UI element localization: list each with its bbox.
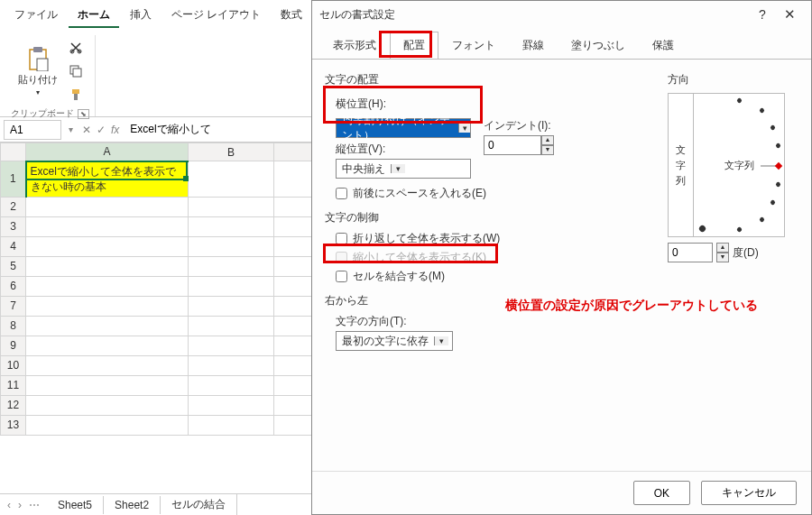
vertical-align-select[interactable]: 中央揃え▾ [336,159,471,179]
row-header[interactable]: 2 [1,197,26,216]
text-control-group-label: 文字の制御 [325,210,655,225]
col-header-B[interactable]: B [189,143,274,161]
horizontal-label: 横位置(H): [336,97,471,112]
row-header[interactable]: 6 [1,276,26,296]
text-direction-select[interactable]: 最初の文字に依存▾ [336,331,453,351]
svg-rect-6 [73,69,81,77]
wrap-text-checkbox[interactable] [336,233,347,244]
help-icon[interactable]: ? [750,7,775,22]
annotation-text: 横位置の設定が原因でグレーアウトしている [505,298,758,314]
svg-rect-7 [72,89,79,94]
clipboard-paste-icon [26,46,50,71]
cut-button[interactable] [65,37,87,59]
indent-label: インデント(I): [484,118,554,133]
cell[interactable] [26,197,189,216]
merge-label: セルを結合する(M) [353,269,445,284]
tab-font[interactable]: フォント [438,32,509,60]
tab-alignment[interactable]: 配置 [390,32,438,60]
dialog-tabs: 表示形式 配置 フォント 罫線 塗りつぶし 保護 [312,28,811,60]
row-header[interactable]: 1 [1,161,26,198]
cell-A1[interactable]: Excelで縮小して全体を表示できない時の基本 [26,161,189,198]
text-alignment-group-label: 文字の配置 [325,72,655,87]
dialog-title: セルの書式設定 [319,7,750,23]
format-cells-dialog: セルの書式設定 ? ✕ 表示形式 配置 フォント 罫線 塗りつぶし 保護 文字の… [311,0,812,515]
chevron-down-icon[interactable]: ▾ [391,164,405,173]
row-header[interactable]: 9 [1,336,26,355]
format-painter-button[interactable] [65,84,87,106]
tab-number[interactable]: 表示形式 [319,32,390,60]
row-header[interactable]: 12 [1,395,26,415]
close-icon[interactable]: ✕ [775,6,804,23]
chevron-down-icon[interactable]: ▾ [434,336,448,345]
dialog-footer: OK キャンセル [312,471,811,514]
row-header[interactable]: 11 [1,375,26,395]
scissors-icon [69,41,82,54]
copy-button[interactable] [65,60,87,82]
brush-icon [69,88,82,101]
row-header[interactable]: 10 [1,355,26,375]
clipboard-label: クリップボード [11,107,74,120]
enter-icon[interactable]: ✓ [97,124,106,136]
spinner-up-icon[interactable]: ▲ [716,243,729,253]
fx-icon[interactable]: fx [111,124,119,136]
orientation-degree-input[interactable] [668,243,713,262]
spreadsheet-grid[interactable]: A B C 1Excelで縮小して全体を表示できない時の基本 2 3 4 5 6… [0,143,360,436]
menu-page-layout[interactable]: ページ レイアウト [162,4,270,28]
paste-button[interactable]: 貼り付け ▾ [14,44,61,98]
svg-rect-1 [33,47,42,52]
orientation-group-label: 方向 [668,72,798,87]
text-direction-label: 文字の方向(T): [336,314,655,329]
name-box[interactable] [4,120,61,140]
horizontal-align-select[interactable]: 均等割り付け（インデント）▾ [336,118,471,138]
sheet-nav-more-icon[interactable]: ⋯ [29,499,40,511]
spinner-down-icon[interactable]: ▼ [716,253,729,262]
col-header-A[interactable]: A [26,143,189,161]
sheet-nav-prev-icon[interactable]: ‹ [7,499,11,511]
svg-rect-8 [74,94,78,100]
sheet-tab[interactable]: Sheet5 [47,496,104,514]
dialog-titlebar[interactable]: セルの書式設定 ? ✕ [312,1,811,28]
clipboard-group: 貼り付け ▾ クリップボード ⬊ [5,35,96,116]
tab-border[interactable]: 罫線 [509,32,558,60]
chevron-down-icon[interactable]: ▾ [458,124,470,133]
dialog-launcher-icon[interactable]: ⬊ [78,109,89,119]
orientation-vertical-text[interactable]: 文字列 [669,94,694,236]
row-header[interactable]: 7 [1,296,26,316]
cancel-button[interactable]: キャンセル [701,481,797,505]
row-header[interactable]: 4 [1,236,26,256]
svg-rect-2 [37,59,48,71]
tab-protection[interactable]: 保護 [639,32,687,60]
space-label: 前後にスペースを入れる(E) [353,186,486,201]
space-before-after-checkbox[interactable] [336,188,347,199]
chevron-down-icon: ▾ [36,88,40,97]
degree-label: 度(D) [733,245,759,261]
indent-input[interactable] [484,135,541,155]
wrap-label: 折り返して全体を表示する(W) [353,231,500,246]
cell[interactable] [189,161,274,198]
menu-formulas[interactable]: 数式 [272,4,311,28]
select-all-corner[interactable] [1,143,26,161]
spinner-up-icon[interactable]: ▲ [541,135,554,145]
row-header[interactable]: 3 [1,216,26,236]
orientation-dial[interactable]: 文字列 [694,94,784,236]
orientation-control[interactable]: 文字列 文字列 [668,93,785,237]
row-header[interactable]: 5 [1,256,26,276]
shrink-to-fit-checkbox [336,252,347,263]
merge-cells-checkbox[interactable] [336,271,347,282]
orientation-dial-text: 文字列 [724,159,754,172]
sheet-tab[interactable]: Sheet2 [104,496,161,514]
sheet-nav-next-icon[interactable]: › [18,499,22,511]
shrink-label: 縮小して全体を表示する(K) [353,250,486,265]
menu-file[interactable]: ファイル [5,4,67,28]
menu-insert[interactable]: 挿入 [121,4,161,28]
row-header[interactable]: 8 [1,316,26,336]
ok-button[interactable]: OK [633,481,690,505]
cancel-icon[interactable]: ✕ [82,124,91,136]
spinner-down-icon[interactable]: ▼ [541,145,554,155]
sheet-tab[interactable]: セルの結合 [161,494,237,515]
paste-label: 貼り付け [18,73,58,87]
copy-icon [69,65,82,78]
menu-home[interactable]: ホーム [69,4,119,28]
row-header[interactable]: 13 [1,415,26,435]
tab-fill[interactable]: 塗りつぶし [558,32,639,60]
